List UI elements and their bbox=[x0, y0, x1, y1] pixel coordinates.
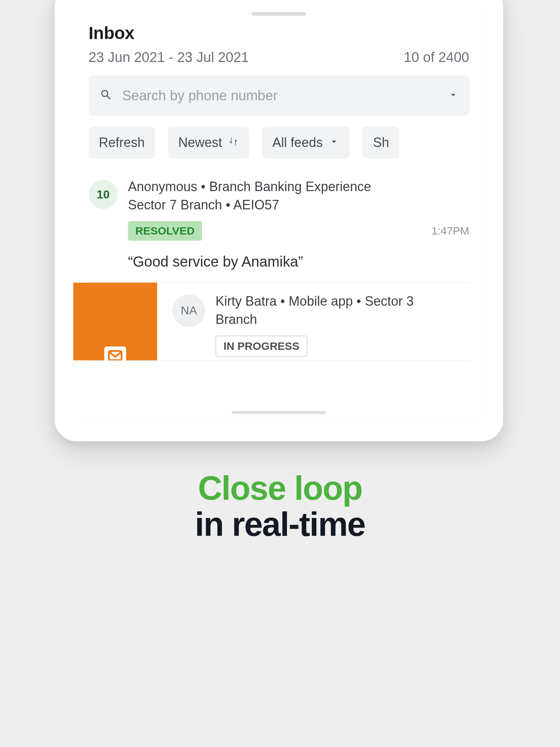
filter-chip-partial[interactable]: Sh bbox=[363, 127, 399, 159]
result-count: 10 of 2400 bbox=[404, 50, 469, 65]
search-input[interactable]: Search by phone number bbox=[89, 76, 469, 116]
hero-line-1: Close loop bbox=[0, 471, 560, 506]
refresh-button[interactable]: Refresh bbox=[89, 127, 155, 159]
score-badge-na: NA bbox=[172, 294, 205, 327]
status-badge: RESOLVED bbox=[128, 221, 202, 241]
feedback-quote: “Good service by Anamika” bbox=[128, 252, 469, 271]
feed-item-title: Anonymous • Branch Banking Experience Se… bbox=[128, 178, 469, 214]
chip-label: All feeds bbox=[272, 135, 323, 150]
sheet-drag-handle[interactable] bbox=[252, 12, 306, 16]
feed-item[interactable]: NA Kirty Batra • Mobile app • Sector 3 B… bbox=[157, 283, 469, 360]
chip-label: Newest bbox=[178, 135, 222, 150]
mail-notification-card[interactable] bbox=[73, 283, 157, 360]
timestamp: 1:47PM bbox=[432, 225, 469, 237]
filter-chip-row: Refresh Newest All feeds Sh bbox=[89, 127, 469, 159]
home-indicator[interactable] bbox=[232, 411, 326, 414]
feeds-filter-button[interactable]: All feeds bbox=[262, 127, 350, 159]
mail-icon bbox=[104, 347, 126, 360]
tablet-frame: Inbox 23 Jun 2021 - 23 Jul 2021 10 of 24… bbox=[55, 0, 503, 441]
search-placeholder: Search by phone number bbox=[122, 88, 439, 104]
sort-button[interactable]: Newest bbox=[168, 127, 249, 159]
feed-item-title: Kirty Batra • Mobile app • Sector 3 Bran… bbox=[215, 292, 469, 329]
chevron-down-icon[interactable] bbox=[448, 90, 458, 101]
status-badge: IN PROGRESS bbox=[215, 336, 307, 357]
page-title: Inbox bbox=[89, 23, 469, 43]
feed-item[interactable]: 10 Anonymous • Branch Banking Experience… bbox=[89, 174, 469, 283]
hero-caption: Close loop in real-time bbox=[0, 471, 560, 543]
chip-label: Refresh bbox=[99, 135, 145, 150]
chevron-down-icon bbox=[328, 135, 339, 150]
hero-line-2: in real-time bbox=[0, 506, 560, 543]
inbox-meta-row: 23 Jun 2021 - 23 Jul 2021 10 of 2400 bbox=[89, 50, 469, 65]
search-icon bbox=[100, 88, 113, 103]
chip-label: Sh bbox=[373, 135, 389, 150]
tablet-screen: Inbox 23 Jun 2021 - 23 Jul 2021 10 of 24… bbox=[73, 4, 485, 419]
score-badge: 10 bbox=[89, 180, 118, 209]
date-range: 23 Jun 2021 - 23 Jul 2021 bbox=[89, 50, 249, 65]
sort-icon bbox=[228, 135, 239, 150]
